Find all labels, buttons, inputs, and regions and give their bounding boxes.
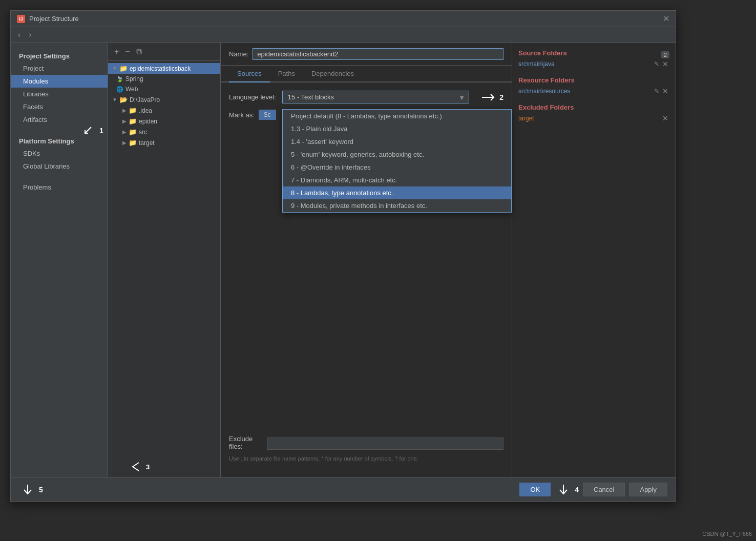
remove-module-button[interactable]: − xyxy=(123,46,132,57)
resource-folder-item: src\main\resources ✎ ✕ xyxy=(518,87,669,95)
tab-paths[interactable]: Paths xyxy=(270,66,303,82)
dropdown-item-5[interactable]: 5 - 'enum' keyword, generics, autoboxing… xyxy=(283,148,511,161)
sidebar-item-project[interactable]: Project xyxy=(11,62,108,75)
annotation-3: 3 xyxy=(146,463,150,471)
remove-resource-folder-button[interactable]: ✕ xyxy=(661,87,669,95)
right-panel: Source Folders 2 src\main\java ✎ ✕ Resou… xyxy=(512,43,676,477)
watermark: CSDN @T_Y_F666 xyxy=(702,531,752,537)
dropdown-item-8[interactable]: 8 - Lambdas, type annotations etc. xyxy=(283,186,511,199)
source-badge: 2 xyxy=(661,51,669,58)
sidebar-item-libraries[interactable]: Libraries xyxy=(11,88,108,100)
chevron-right-icon: ▼ xyxy=(112,97,117,102)
sidebar-item-problems[interactable]: Problems xyxy=(11,181,108,194)
chevron-right-icon: ▶ xyxy=(122,118,127,124)
expanded-path-label: D:\JavaPro xyxy=(130,96,160,103)
sidebar-item-sdks[interactable]: SDKs xyxy=(11,147,108,160)
mark-source-button[interactable]: Sc xyxy=(259,110,276,120)
add-module-button[interactable]: + xyxy=(112,46,121,57)
tree-item-src[interactable]: ▶ 📁 src xyxy=(108,127,220,137)
tree-item-spring[interactable]: 🍃 Spring xyxy=(108,74,220,84)
source-folders-title: Source Folders xyxy=(518,49,567,57)
dropdown-item-default[interactable]: Project default (8 - Lambdas, type annot… xyxy=(283,110,511,122)
sidebar: Project Settings Project Modules Librari… xyxy=(11,43,108,477)
app-icon: IJ xyxy=(17,15,25,23)
edit-source-folder-button[interactable]: ✎ xyxy=(653,60,660,68)
epiden-folder-icon: 📁 xyxy=(129,117,137,125)
copy-module-button[interactable]: ⧉ xyxy=(134,46,144,57)
apply-button[interactable]: Apply xyxy=(629,483,667,496)
folder-icon: 📁 xyxy=(119,65,128,72)
target-label: target xyxy=(139,139,155,147)
ok-button[interactable]: OK xyxy=(519,483,551,496)
remove-source-folder-button[interactable]: ✕ xyxy=(661,60,669,68)
excluded-folders-title: Excluded Folders xyxy=(518,103,669,111)
module-toolbar: + − ⧉ xyxy=(108,43,220,61)
dropdown-item-6[interactable]: 6 - @Override in interfaces xyxy=(283,161,511,174)
tab-sources[interactable]: Sources xyxy=(229,66,270,82)
web-icon: 🌐 xyxy=(116,86,123,93)
annotation-5: 5 xyxy=(39,486,43,494)
web-label: Web xyxy=(125,86,138,93)
source-folder-path: src\main\java xyxy=(518,60,555,68)
exclude-files-label: Exclude files: xyxy=(229,435,263,450)
name-bar: Name: xyxy=(221,43,512,66)
forward-button[interactable]: › xyxy=(26,29,34,40)
chevron-right-icon: ▶ xyxy=(122,129,127,135)
remove-excluded-folder-button[interactable]: ✕ xyxy=(661,114,669,122)
sidebar-item-artifacts[interactable]: Artifacts xyxy=(11,113,108,126)
main-content: Name: Sources Paths Dependencies Languag… xyxy=(221,43,512,477)
epiden-label: epiden xyxy=(139,118,157,125)
dropdown-item-9[interactable]: 9 - Modules, private methods in interfac… xyxy=(283,199,511,212)
excluded-folder-item: target ✕ xyxy=(518,114,669,122)
exclude-files-section: Exclude files: Use ; to separate file na… xyxy=(221,435,512,462)
chevron-right-icon: ▶ xyxy=(122,140,127,145)
language-level-dropdown: Project default (8 - Lambdas, type annot… xyxy=(282,109,512,213)
dropdown-item-7[interactable]: 7 - Diamonds, ARM, multi-catch etc. xyxy=(283,174,511,186)
excluded-folder-path: target xyxy=(518,115,534,122)
tree-item-expanded-path[interactable]: ▼ 📂 D:\JavaPro xyxy=(108,94,220,105)
tabs-bar: Sources Paths Dependencies xyxy=(221,66,512,82)
name-input[interactable] xyxy=(253,48,503,60)
spring-icon: 🍃 xyxy=(116,76,123,82)
mark-as-label: Mark as: xyxy=(229,111,255,119)
tab-dependencies[interactable]: Dependencies xyxy=(303,66,362,82)
dropdown-item-1-4[interactable]: 1.4 - 'assert' keyword xyxy=(283,135,511,148)
resource-folders-title: Resource Folders xyxy=(518,76,669,84)
tree-item-web[interactable]: 🌐 Web xyxy=(108,84,220,94)
exclude-files-input[interactable] xyxy=(267,438,503,450)
spring-label: Spring xyxy=(125,75,143,82)
annotation-2: 2 xyxy=(499,93,503,101)
excluded-folders-section: Excluded Folders target ✕ xyxy=(518,103,669,122)
dialog-footer: 5 OK 4 Cancel Apply xyxy=(11,477,676,502)
close-button[interactable]: ✕ xyxy=(663,14,669,24)
back-button[interactable]: ‹ xyxy=(15,29,24,40)
sidebar-item-global-libraries[interactable]: Global Libraries xyxy=(11,160,108,173)
tab-content-sources: Language level: 15 - Text blocks ▼ 2 xyxy=(221,82,512,477)
target-folder-icon: 📁 xyxy=(129,139,137,147)
exclude-files-hint: Use ; to separate file name patterns, * … xyxy=(229,455,503,462)
language-level-select[interactable]: 15 - Text blocks xyxy=(282,91,469,103)
javapro-folder-icon: 📂 xyxy=(119,96,128,103)
dropdown-item-1-3[interactable]: 1.3 - Plain old Java xyxy=(283,122,511,135)
annotation-4: 4 xyxy=(575,486,579,494)
module-panel: + − ⧉ ▼ 📁 epidemicstatisticsback 🍃 Sprin… xyxy=(108,43,221,477)
src-folder-icon: 📁 xyxy=(129,128,137,136)
tree-item-target[interactable]: ▶ 📁 target xyxy=(108,137,220,148)
language-level-row: Language level: 15 - Text blocks ▼ 2 xyxy=(229,91,503,103)
sidebar-item-modules[interactable]: Modules xyxy=(11,75,108,88)
resource-folders-section: Resource Folders src\main\resources ✎ ✕ xyxy=(518,76,669,95)
dialog-title: IJ Project Structure xyxy=(17,15,79,23)
tree-item-idea[interactable]: ▶ 📁 .idea xyxy=(108,105,220,116)
platform-settings-label: Platform Settings xyxy=(11,134,108,147)
cancel-button[interactable]: Cancel xyxy=(583,483,625,496)
module-tree: ▼ 📁 epidemicstatisticsback 🍃 Spring 🌐 We… xyxy=(108,61,220,462)
edit-resource-folder-button[interactable]: ✎ xyxy=(653,87,660,95)
tree-item-epiden[interactable]: ▶ 📁 epiden xyxy=(108,116,220,127)
chevron-down-icon: ▼ xyxy=(112,66,117,71)
sidebar-item-facets[interactable]: Facets xyxy=(11,100,108,113)
project-settings-label: Project Settings xyxy=(11,49,108,62)
source-folders-section: Source Folders 2 src\main\java ✎ ✕ xyxy=(518,49,669,68)
src-label: src xyxy=(139,129,147,136)
language-level-label: Language level: xyxy=(229,93,276,101)
tree-root-module[interactable]: ▼ 📁 epidemicstatisticsback xyxy=(108,63,220,74)
